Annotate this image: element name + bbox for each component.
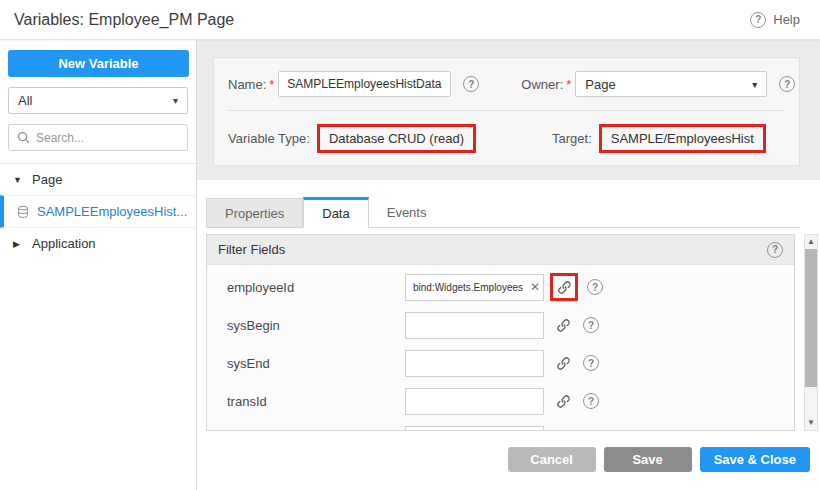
- bind-link-icon[interactable]: [552, 314, 574, 336]
- name-label: Name:: [228, 77, 266, 92]
- tree-node-page-label: Page: [32, 172, 62, 187]
- tree-expanded-icon: ▼: [13, 175, 23, 185]
- sidebar-item-variable-selected[interactable]: SAMPLEEmployeesHist...: [0, 195, 196, 228]
- filter-row-employeename: employeeName ?: [207, 420, 794, 430]
- form-divider: [228, 110, 785, 111]
- variable-summary-section: Name: * ? Owner: * Page ▾ ?: [197, 40, 820, 180]
- save-and-close-button[interactable]: Save & Close: [700, 447, 810, 472]
- help-icon: ?: [750, 12, 766, 28]
- dialog-header: Variables: Employee_PM Page ? Help: [0, 0, 820, 40]
- field-help-icon[interactable]: ?: [583, 393, 599, 409]
- selected-variable-label: SAMPLEEmployeesHist...: [37, 204, 187, 219]
- filter-fields-title: Filter Fields: [218, 242, 285, 257]
- filter-field-label: sysEnd: [227, 356, 405, 371]
- filter-field-input[interactable]: [405, 274, 544, 301]
- filter-row-employeeid: employeeId ✕: [207, 268, 794, 306]
- filter-field-input[interactable]: [405, 312, 544, 339]
- variable-name-input[interactable]: [278, 71, 451, 97]
- help-label: Help: [773, 12, 800, 27]
- filter-field-input[interactable]: [405, 426, 544, 431]
- clear-binding-icon[interactable]: ✕: [530, 281, 540, 293]
- filter-fields-panel: Filter Fields ? employeeId ✕: [206, 234, 795, 431]
- required-asterisk: *: [269, 77, 274, 92]
- filter-row-transid: transId ?: [207, 382, 794, 420]
- chevron-down-icon: ▾: [173, 95, 178, 106]
- scrollbar-thumb[interactable]: [805, 249, 817, 387]
- field-help-icon[interactable]: ?: [583, 355, 599, 371]
- dialog-footer: Cancel Save Save & Close: [197, 431, 820, 490]
- search-input[interactable]: [36, 131, 179, 145]
- bind-link-icon[interactable]: [553, 276, 575, 298]
- filter-fields-rows: employeeId ✕: [207, 265, 794, 430]
- detail-tabs: Properties Data Events: [206, 198, 800, 228]
- owner-label: Owner:: [521, 77, 563, 92]
- search-box: [8, 124, 188, 151]
- page-title: Variables: Employee_PM Page: [14, 11, 234, 29]
- filter-fields-header: Filter Fields ?: [207, 235, 794, 265]
- scroll-up-icon[interactable]: ▲: [807, 235, 815, 249]
- owner-select-value: Page: [585, 77, 615, 92]
- variables-dialog: Variables: Employee_PM Page ? Help New V…: [0, 0, 820, 490]
- scroll-down-icon[interactable]: ▼: [807, 416, 815, 430]
- name-help-icon[interactable]: ?: [463, 76, 479, 92]
- required-asterisk: *: [566, 77, 571, 92]
- variable-filter-value: All: [18, 93, 32, 108]
- field-help-icon[interactable]: ?: [587, 279, 603, 295]
- variable-type-value-highlighted: Database CRUD (read): [317, 124, 476, 153]
- bind-link-icon[interactable]: [552, 428, 574, 430]
- variable-type-label: Variable Type:: [228, 131, 310, 146]
- cancel-button[interactable]: Cancel: [508, 447, 596, 472]
- target-label: Target:: [552, 131, 592, 146]
- chevron-down-icon: ▾: [752, 79, 757, 90]
- variable-detail-pane: Name: * ? Owner: * Page ▾ ?: [197, 40, 820, 490]
- tree-node-application-label: Application: [32, 236, 96, 251]
- tab-properties[interactable]: Properties: [206, 198, 303, 227]
- tab-events[interactable]: Events: [369, 198, 445, 227]
- target-value-highlighted: SAMPLE/EmployeesHist: [599, 124, 766, 153]
- vertical-scrollbar[interactable]: ▲ ▼: [804, 234, 818, 431]
- tree-collapsed-icon: ▶: [13, 239, 23, 249]
- filter-field-input[interactable]: [405, 350, 544, 377]
- tree-node-application[interactable]: ▶ Application: [0, 228, 196, 259]
- new-variable-button[interactable]: New Variable: [8, 50, 189, 77]
- filter-field-input[interactable]: [405, 388, 544, 415]
- field-help-icon[interactable]: ?: [583, 317, 599, 333]
- owner-select[interactable]: Page ▾: [575, 71, 767, 97]
- filter-field-label: sysBegin: [227, 318, 405, 333]
- filter-row-sysbegin: sysBegin ?: [207, 306, 794, 344]
- variables-sidebar: New Variable All ▾ ▼ Page: [0, 40, 197, 490]
- bind-button-annotation: [550, 273, 578, 301]
- filter-fields-help-icon[interactable]: ?: [767, 242, 783, 258]
- filter-field-label: transId: [227, 394, 405, 409]
- tree-node-page[interactable]: ▼ Page: [0, 164, 196, 195]
- variable-filter-select[interactable]: All ▾: [8, 87, 188, 114]
- search-icon: [17, 131, 30, 144]
- variable-form-panel: Name: * ? Owner: * Page ▾ ?: [213, 57, 800, 166]
- owner-help-icon[interactable]: ?: [779, 76, 795, 92]
- tab-data[interactable]: Data: [303, 197, 368, 228]
- save-button[interactable]: Save: [604, 447, 692, 472]
- database-variable-icon: [16, 205, 30, 219]
- filter-field-label: employeeId: [227, 280, 405, 295]
- help-button[interactable]: ? Help: [750, 12, 800, 28]
- filter-row-sysend: sysEnd ?: [207, 344, 794, 382]
- bind-link-icon[interactable]: [552, 352, 574, 374]
- bind-link-icon[interactable]: [552, 390, 574, 412]
